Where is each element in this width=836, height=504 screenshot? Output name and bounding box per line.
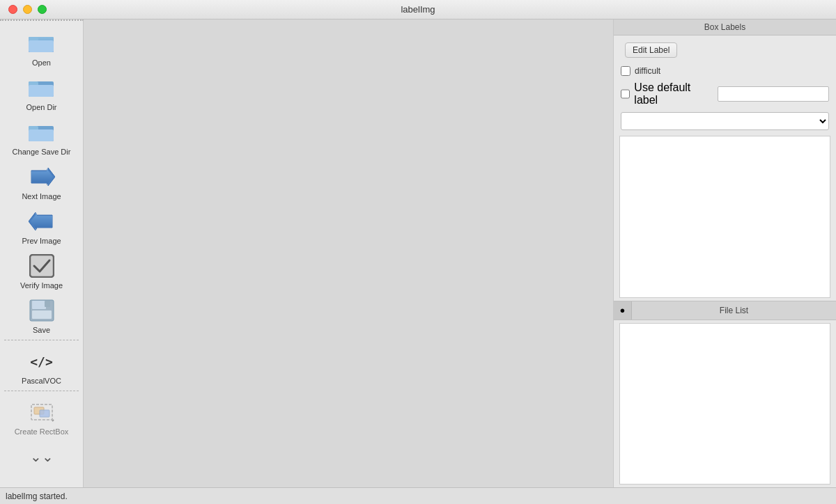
next-image-icon	[29, 166, 55, 188]
create-rectbox-icon-area	[28, 398, 56, 426]
next-image-icon-area	[28, 163, 56, 191]
more-icon-area: ⌄⌄	[28, 443, 56, 471]
prev-image-icon	[29, 210, 55, 233]
label-dropdown[interactable]	[621, 112, 829, 130]
svg-rect-21	[40, 410, 49, 417]
window-controls[interactable]	[8, 5, 47, 14]
edit-label-button[interactable]: Edit Label	[625, 42, 677, 58]
sidebar-item-create-rectbox[interactable]: Create RectBox	[0, 394, 83, 439]
file-list-content	[619, 323, 830, 485]
folder-save-icon	[29, 121, 55, 143]
sidebar-divider-2	[4, 391, 79, 391]
svg-rect-9	[29, 129, 54, 141]
file-list-collapse-icon[interactable]: ●	[614, 301, 632, 320]
svg-line-22	[52, 420, 54, 421]
svg-rect-16	[32, 301, 46, 309]
difficult-label: difficult	[635, 66, 660, 76]
default-label-row: Use default label	[614, 79, 836, 109]
verify-image-icon	[29, 254, 54, 278]
svg-rect-3	[29, 40, 54, 52]
close-button[interactable]	[8, 5, 17, 14]
file-list-title: File List	[632, 303, 836, 318]
app-body: Open Open Dir Change Save	[0, 19, 836, 487]
svg-rect-17	[32, 310, 52, 319]
sidebar-item-open-label: Open	[32, 58, 51, 67]
sidebar-item-create-rectbox-label: Create RectBox	[15, 427, 69, 436]
pascal-voc-icon: </>	[30, 354, 53, 369]
status-bar: labelImg started.	[0, 487, 836, 504]
maximize-button[interactable]	[38, 5, 47, 14]
svg-rect-6	[29, 85, 54, 97]
sidebar-item-verify-image-label: Verify Image	[20, 281, 63, 290]
sidebar: Open Open Dir Change Save	[0, 19, 84, 487]
main-canvas[interactable]	[84, 19, 613, 487]
save-icon-area	[28, 297, 56, 324]
sidebar-item-open[interactable]: Open	[0, 25, 83, 70]
sidebar-item-next-image-label: Next Image	[22, 192, 61, 200]
use-default-label-text: Use default label	[634, 81, 713, 107]
sidebar-item-change-save-dir[interactable]: Change Save Dir	[0, 114, 83, 159]
double-chevron-icon: ⌄⌄	[30, 448, 54, 465]
difficult-checkbox[interactable]	[621, 66, 630, 76]
prev-image-icon-area	[28, 207, 56, 235]
folder-open-icon	[29, 32, 55, 54]
title-bar: labelImg	[0, 0, 836, 19]
create-rectbox-icon	[29, 401, 55, 423]
sidebar-divider	[4, 340, 79, 340]
sidebar-item-pascal-voc[interactable]: </> PascalVOC	[0, 343, 83, 388]
file-list-header: ● File List	[614, 301, 836, 320]
minimize-button[interactable]	[23, 5, 32, 14]
sidebar-item-change-save-dir-label: Change Save Dir	[13, 148, 71, 156]
sidebar-item-pascal-voc-label: PascalVOC	[22, 377, 61, 385]
labels-list	[619, 136, 830, 298]
difficult-row: difficult	[614, 63, 836, 79]
pascal-voc-icon-area: </>	[28, 347, 56, 375]
sidebar-item-next-image[interactable]: Next Image	[0, 159, 83, 203]
svg-rect-18	[45, 301, 50, 307]
edit-label-container: Edit Label	[614, 36, 836, 63]
sidebar-item-open-dir[interactable]: Open Dir	[0, 70, 83, 114]
box-labels-header: Box Labels	[614, 19, 836, 36]
circle-icon: ●	[620, 305, 626, 315]
right-panel: Box Labels Edit Label difficult Use defa…	[613, 19, 836, 487]
save-icon	[29, 299, 54, 322]
open-dir-icon-area	[28, 74, 56, 102]
sidebar-item-verify-image[interactable]: Verify Image	[0, 248, 83, 292]
use-default-label-checkbox[interactable]	[621, 89, 630, 99]
dropdown-row	[614, 109, 836, 133]
verify-image-icon-area	[28, 252, 56, 280]
window-title: labelImg	[401, 4, 435, 15]
sidebar-item-open-dir-label: Open Dir	[26, 103, 56, 111]
box-labels-title: Box Labels	[704, 22, 745, 32]
default-label-input[interactable]	[718, 86, 829, 102]
status-message: labelImg started.	[6, 491, 68, 501]
sidebar-item-prev-image[interactable]: Prev Image	[0, 203, 83, 248]
sidebar-item-prev-image-label: Prev Image	[22, 237, 61, 245]
folder-dir-icon	[29, 77, 55, 99]
sidebar-item-more[interactable]: ⌄⌄	[0, 439, 83, 473]
change-save-dir-icon-area	[28, 118, 56, 146]
open-icon-area	[28, 29, 56, 57]
sidebar-item-save-label: Save	[33, 326, 50, 334]
sidebar-item-save[interactable]: Save	[0, 292, 83, 337]
